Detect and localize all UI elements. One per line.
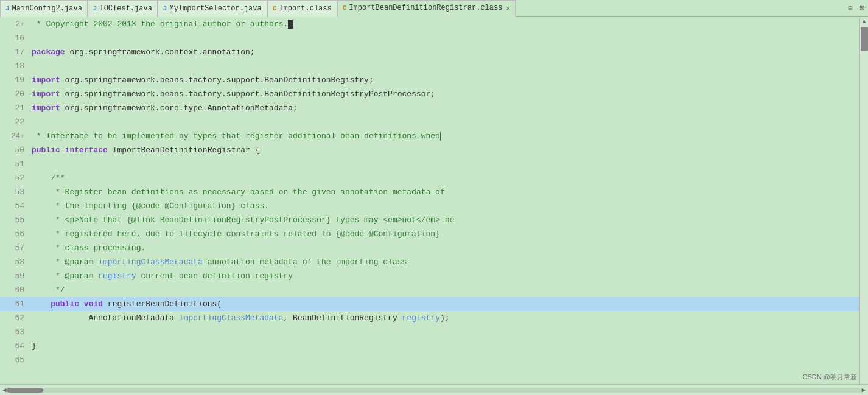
table-row: 21 import org.springframework.core.type.… (0, 101, 859, 115)
minimize-button[interactable]: ⊟ (845, 4, 856, 13)
java-icon: J (163, 5, 167, 12)
line-number: 57 (4, 241, 29, 255)
tab-import-class[interactable]: C Import.class (267, 0, 337, 17)
class-icon: C (273, 5, 277, 12)
table-row: 54 * the importing {@code @Configuration… (0, 199, 859, 213)
tab-label: IOCTest.java (99, 4, 152, 13)
code-table: 2+ * Copyright 2002-2013 the original au… (0, 17, 859, 367)
table-row: 63 (0, 325, 859, 339)
line-content[interactable] (29, 59, 859, 73)
tab-label: MyImportSelector.java (169, 4, 261, 13)
scroll-up-button[interactable]: ▲ (860, 17, 869, 26)
table-row: 64 } (0, 339, 859, 353)
table-row: 50 public interface ImportBeanDefinition… (0, 143, 859, 157)
line-number: 58 (4, 255, 29, 269)
line-content[interactable]: * Interface to be implemented by types t… (29, 129, 859, 143)
tab-label: MainConfig2.java (12, 4, 82, 13)
line-content[interactable]: * the importing {@code @Configuration} c… (29, 199, 859, 213)
table-row: 56 * registered here, due to lifecycle c… (0, 227, 859, 241)
table-row: 57 * class processing. (0, 241, 859, 255)
line-number: 22 (4, 115, 29, 129)
line-content[interactable]: import org.springframework.beans.factory… (29, 73, 859, 87)
line-number: 64 (4, 339, 29, 353)
line-content[interactable]: } (29, 339, 859, 353)
line-number: 51 (4, 157, 29, 171)
line-content[interactable]: import org.springframework.beans.factory… (29, 87, 859, 101)
tab-bar: J MainConfig2.java J IOCTest.java J MyIm… (0, 0, 868, 17)
line-number: 60 (4, 283, 29, 297)
code-editor: 2+ * Copyright 2002-2013 the original au… (0, 17, 859, 395)
line-number: 16 (4, 31, 29, 45)
scroll-thumb-vertical[interactable] (861, 27, 868, 51)
watermark: CSDN @明月常新 (803, 372, 857, 382)
line-content[interactable]: * <p>Note that {@link BeanDefinitionRegi… (29, 213, 859, 227)
scroll-thumb-horizontal[interactable] (7, 388, 43, 393)
table-row: 19 import org.springframework.beans.fact… (0, 73, 859, 87)
java-icon: J (5, 5, 10, 12)
table-row: 58 * @param importingClassMetadata annot… (0, 255, 859, 269)
line-content[interactable]: public void registerBeanDefinitions( (29, 297, 859, 311)
table-row: 24+ * Interface to be implemented by typ… (0, 129, 859, 143)
line-number: 2+ (4, 17, 29, 31)
tab-importbeandefinitionregistrar[interactable]: C ImportBeanDefinitionRegistrar.class ✕ (337, 0, 516, 17)
line-number: 21 (4, 101, 29, 115)
scroll-track-horizontal[interactable] (7, 388, 862, 393)
line-content[interactable]: * Register bean definitions as necessary… (29, 185, 859, 199)
line-content[interactable]: * @param registry current bean definitio… (29, 269, 859, 283)
line-number: 65 (4, 353, 29, 367)
line-content[interactable]: /** (29, 171, 859, 185)
resize-handle[interactable]: ⊡ (856, 0, 868, 12)
line-number: 55 (4, 213, 29, 227)
line-number: 24+ (4, 129, 29, 143)
line-number: 54 (4, 199, 29, 213)
line-content[interactable]: AnnotationMetadata importingClassMetadat… (29, 311, 859, 325)
line-content[interactable] (29, 115, 859, 129)
line-content[interactable]: */ (29, 283, 859, 297)
tab-label: ImportBeanDefinitionRegistrar.class (349, 4, 502, 12)
line-content[interactable] (29, 325, 859, 339)
line-number: 52 (4, 171, 29, 185)
tab-myimportselector[interactable]: J MyImportSelector.java (158, 0, 267, 17)
table-row: 61 public void registerBeanDefinitions( (0, 297, 859, 311)
line-content[interactable]: * class processing. (29, 241, 859, 255)
table-row: 55 * <p>Note that {@link BeanDefinitionR… (0, 213, 859, 227)
line-number: 17 (4, 45, 29, 59)
table-row: 18 (0, 59, 859, 73)
table-row: 52 /** (0, 171, 859, 185)
table-row: 51 (0, 157, 859, 171)
line-number: 62 (4, 311, 29, 325)
table-row: 53 * Register bean definitions as necess… (0, 185, 859, 199)
tab-mainconfig2[interactable]: J MainConfig2.java (0, 0, 88, 17)
table-row: 60 */ (0, 283, 859, 297)
table-row: 65 (0, 353, 859, 367)
table-row: 17 package org.springframework.context.a… (0, 45, 859, 59)
scroll-left-button[interactable]: ◀ (2, 386, 7, 394)
line-content[interactable]: package org.springframework.context.anno… (29, 45, 859, 59)
line-content[interactable] (29, 31, 859, 45)
tab-close-button[interactable]: ✕ (506, 4, 510, 12)
java-icon: J (93, 5, 97, 12)
table-row: 2+ * Copyright 2002-2013 the original au… (0, 17, 859, 31)
vertical-scrollbar[interactable]: ▲ ▼ (859, 17, 868, 395)
tab-ioctest[interactable]: J IOCTest.java (88, 0, 158, 17)
line-number: 18 (4, 59, 29, 73)
scroll-right-button[interactable]: ▶ (861, 386, 866, 394)
line-content[interactable]: * Copyright 2002-2013 the original autho… (29, 17, 859, 31)
line-number: 61 (4, 297, 29, 311)
line-number: 19 (4, 73, 29, 87)
line-number: 63 (4, 325, 29, 339)
line-content[interactable]: * registered here, due to lifecycle cons… (29, 227, 859, 241)
line-number: 20 (4, 87, 29, 101)
line-content[interactable]: public interface ImportBeanDefinitionReg… (29, 143, 859, 157)
table-row: 62 AnnotationMetadata importingClassMeta… (0, 311, 859, 325)
line-content[interactable] (29, 353, 859, 367)
line-content[interactable] (29, 157, 859, 171)
line-content[interactable]: * @param importingClassMetadata annotati… (29, 255, 859, 269)
line-number: 59 (4, 269, 29, 283)
line-content[interactable]: import org.springframework.core.type.Ann… (29, 101, 859, 115)
line-number: 56 (4, 227, 29, 241)
table-row: 16 (0, 31, 859, 45)
line-number: 50 (4, 143, 29, 157)
table-row: 59 * @param registry current bean defini… (0, 269, 859, 283)
horizontal-scrollbar[interactable]: ◀ ▶ (0, 384, 868, 395)
